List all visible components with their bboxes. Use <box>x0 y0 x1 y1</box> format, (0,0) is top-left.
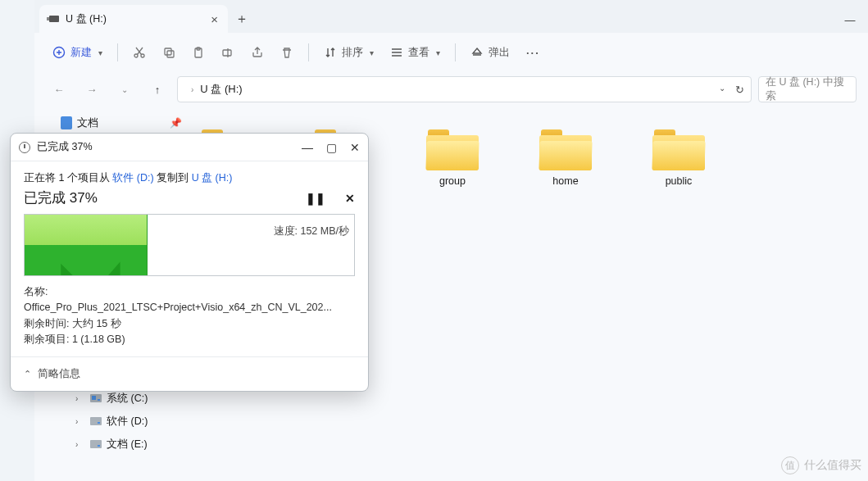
new-tab-button[interactable]: ＋ <box>228 5 256 33</box>
speed-label: 速度: 152 MB/秒 <box>274 225 350 238</box>
sort-button[interactable]: 排序 ▾ <box>317 39 380 66</box>
speed-chart: 速度: 152 MB/秒 <box>24 214 355 276</box>
svg-rect-3 <box>165 48 171 55</box>
folder-public[interactable]: public <box>649 129 708 187</box>
dropdown-button[interactable]: ⌄ <box>719 84 725 96</box>
sort-icon <box>324 46 337 59</box>
less-info-button[interactable]: 简略信息 <box>38 367 80 381</box>
folder-group[interactable]: group <box>423 129 482 187</box>
chevron-right-icon[interactable]: › <box>75 417 85 426</box>
divider <box>117 43 118 61</box>
tab-usb-drive[interactable]: U 盘 (H:) × <box>39 5 228 33</box>
share-icon <box>251 46 264 59</box>
chevron-down-icon: ▾ <box>436 48 440 57</box>
recent-button[interactable]: ⌄ <box>111 76 138 102</box>
detail-time: 剩余时间: 大约 15 秒 <box>24 316 355 332</box>
folder-icon <box>652 129 705 170</box>
detail-name: 名称: Office_Pro_Plus_2021_LTSC+Project+Vi… <box>24 284 355 316</box>
folder-home[interactable]: home <box>536 129 595 187</box>
maximize-button[interactable]: ▢ <box>326 141 337 154</box>
folder-label: public <box>666 175 693 187</box>
tab-title: U 盘 (H:) <box>66 12 107 26</box>
delete-button[interactable] <box>274 39 300 66</box>
watermark-text: 什么值得买 <box>804 458 861 473</box>
chevron-right-icon[interactable]: › <box>75 440 85 449</box>
dialog-body: 正在将 1 个项目从 软件 (D:) 复制到 U 盘 (H:) 已完成 37% … <box>11 161 368 356</box>
copy-details: 名称: Office_Pro_Plus_2021_LTSC+Project+Vi… <box>24 284 355 356</box>
dialog-title: 已完成 37% <box>37 140 93 154</box>
copy-icon <box>162 46 175 59</box>
cancel-button[interactable]: ✕ <box>345 192 355 205</box>
clock-icon <box>19 142 30 153</box>
rename-button[interactable] <box>215 39 241 66</box>
view-button[interactable]: 查看 ▾ <box>384 39 447 66</box>
watermark-icon: 值 <box>781 456 799 474</box>
minimize-button[interactable]: — <box>832 7 868 33</box>
eject-button[interactable]: 弹出 <box>464 39 516 66</box>
paste-icon <box>192 46 205 59</box>
folder-label: group <box>439 175 466 187</box>
svg-rect-7 <box>223 50 231 56</box>
trash-icon <box>280 46 293 59</box>
chevron-down-icon: ▾ <box>370 48 374 57</box>
sidebar-item-drive-d[interactable]: › 软件 (D:) <box>44 410 182 433</box>
refresh-button[interactable]: ↻ <box>735 84 744 96</box>
dialog-window-controls: — ▢ ✕ <box>302 141 360 154</box>
svg-point-1 <box>134 54 138 57</box>
document-icon <box>61 116 72 129</box>
address-actions: ⌄ ↻ <box>719 84 744 96</box>
pin-icon: 📌 <box>170 117 182 129</box>
sidebar-label: 软件 (D:) <box>107 415 148 429</box>
cut-icon <box>133 46 146 59</box>
pause-button[interactable]: ❚❚ <box>306 192 325 205</box>
new-label: 新建 <box>70 45 92 60</box>
sidebar-item-drive-e[interactable]: › 文档 (E:) <box>44 433 182 456</box>
folder-icon <box>539 129 592 170</box>
up-button[interactable]: ↑ <box>144 76 170 102</box>
drive-icon <box>90 394 102 402</box>
drive-icon <box>90 417 102 425</box>
breadcrumb-current: U 盘 (H:) <box>200 82 242 97</box>
chevron-right-icon: › <box>191 85 193 94</box>
sidebar-label: 文档 <box>77 116 98 130</box>
watermark: 值 什么值得买 <box>781 456 861 474</box>
chevron-right-icon[interactable]: › <box>75 394 85 403</box>
back-button[interactable]: ← <box>46 76 72 102</box>
eject-label: 弹出 <box>489 45 510 60</box>
usb-drive-icon <box>49 16 59 22</box>
minimize-button[interactable]: — <box>302 141 313 154</box>
copy-description: 正在将 1 个项目从 软件 (D:) 复制到 U 盘 (H:) <box>24 171 355 185</box>
dest-link[interactable]: U 盘 (H:) <box>192 172 233 184</box>
more-button[interactable]: ··· <box>520 39 547 66</box>
collapse-icon[interactable]: ⌃ <box>24 369 31 379</box>
search-input[interactable]: 在 U 盘 (H:) 中搜索 <box>758 76 857 102</box>
tab-bar: U 盘 (H:) × ＋ — <box>34 0 868 33</box>
close-tab-button[interactable]: × <box>211 12 218 26</box>
progress-row: 已完成 37% ❚❚ ✕ <box>24 188 355 207</box>
folder-icon <box>426 129 479 170</box>
close-button[interactable]: ✕ <box>350 141 360 154</box>
folder-label: home <box>552 175 578 187</box>
plus-circle-icon <box>52 46 66 59</box>
toolbar: 新建 ▾ 排序 ▾ 查看 ▾ 弹出 ··· <box>34 33 868 72</box>
cut-button[interactable] <box>126 39 152 66</box>
source-link[interactable]: 软件 (D:) <box>112 172 153 184</box>
search-placeholder: 在 U 盘 (H:) 中搜索 <box>766 75 849 103</box>
address-bar[interactable]: › U 盘 (H:) ⌄ ↻ <box>177 76 752 102</box>
detail-items: 剩余项目: 1 (1.18 GB) <box>24 332 355 347</box>
sidebar-label: 系统 (C:) <box>107 392 148 406</box>
new-button[interactable]: 新建 ▾ <box>46 39 109 66</box>
dialog-titlebar[interactable]: 已完成 37% — ▢ ✕ <box>11 134 368 161</box>
copy-button[interactable] <box>156 39 182 66</box>
progress-text: 已完成 37% <box>24 188 98 207</box>
forward-button[interactable]: → <box>79 76 105 102</box>
sidebar-item-documents[interactable]: 文档 📌 <box>44 111 182 134</box>
rename-icon <box>221 46 234 59</box>
window-controls: — <box>832 7 868 33</box>
paste-button[interactable] <box>185 39 211 66</box>
share-button[interactable] <box>244 39 270 66</box>
sidebar-label: 文档 (E:) <box>107 438 148 452</box>
divider <box>308 43 309 61</box>
view-label: 查看 <box>408 45 429 60</box>
sort-label: 排序 <box>342 45 363 60</box>
